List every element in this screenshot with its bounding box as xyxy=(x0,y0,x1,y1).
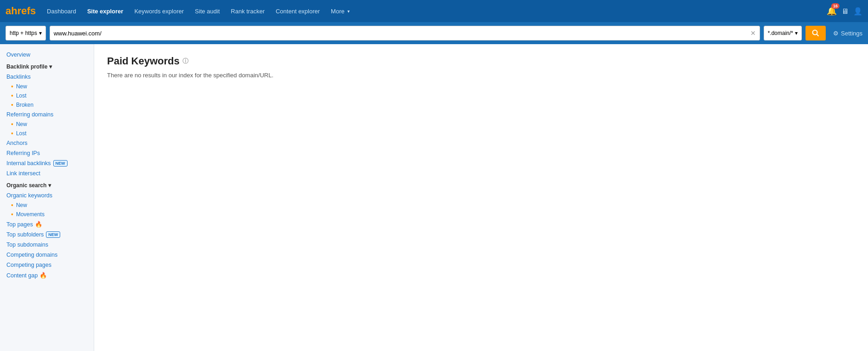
url-input[interactable] xyxy=(54,30,749,37)
sidebar-overview[interactable]: Overview xyxy=(0,50,94,60)
settings-button[interactable]: ⚙ Settings xyxy=(833,30,862,37)
organic-search-chevron-icon: ▾ xyxy=(48,182,51,189)
nav-content-explorer[interactable]: Content explorer xyxy=(271,5,324,17)
sidebar-referring-domains-lost[interactable]: • Lost xyxy=(0,129,94,138)
info-icon[interactable]: ⓘ xyxy=(182,57,188,65)
sidebar-referring-domains-new[interactable]: • New xyxy=(0,120,94,129)
content-gap-fire-icon: 🔥 xyxy=(40,272,47,279)
screen-icon-button[interactable]: 🖥 xyxy=(841,6,849,16)
protocol-label: http + https xyxy=(10,30,37,36)
main-content: Paid Keywords ⓘ There are no results in … xyxy=(94,44,868,351)
nav-site-explorer[interactable]: Site explorer xyxy=(83,5,128,17)
gear-icon: ⚙ xyxy=(833,30,839,37)
sidebar-top-pages[interactable]: Top pages 🔥 xyxy=(0,219,94,230)
protocol-chevron-icon: ▾ xyxy=(39,30,42,36)
sidebar-backlinks[interactable]: Backlinks xyxy=(0,72,94,82)
clear-button[interactable]: ✕ xyxy=(750,29,756,37)
top-subfolders-new-badge: NEW xyxy=(46,231,60,238)
top-nav: ahrefs Dashboard Site explorer Keywords … xyxy=(0,0,868,22)
logo-text: ahrefs xyxy=(6,5,36,17)
sidebar: Overview Backlink profile ▾ Backlinks • … xyxy=(0,44,94,351)
notification-badge: 16 xyxy=(831,3,840,9)
search-icon xyxy=(812,29,819,37)
bullet-icon: • xyxy=(11,130,13,137)
settings-label: Settings xyxy=(841,30,862,37)
bullet-icon: • xyxy=(11,211,13,218)
search-bar: http + https ▾ ✕ *.domain/* ▾ ⚙ Settings xyxy=(0,22,868,44)
internal-backlinks-new-badge: NEW xyxy=(53,160,68,167)
sidebar-backlinks-broken[interactable]: • Broken xyxy=(0,100,94,109)
svg-point-0 xyxy=(813,30,817,35)
nav-keywords-explorer[interactable]: Keywords explorer xyxy=(130,5,188,17)
sidebar-content-gap[interactable]: Content gap 🔥 xyxy=(0,270,94,281)
sidebar-organic-keywords-new[interactable]: • New xyxy=(0,201,94,210)
logo-a: a xyxy=(6,5,11,17)
nav-rank-tracker[interactable]: Rank tracker xyxy=(226,5,269,17)
more-chevron-icon: ▾ xyxy=(347,9,350,14)
fire-icon: 🔥 xyxy=(35,221,42,228)
no-results-message: There are no results in our index for th… xyxy=(107,72,855,79)
bullet-icon: • xyxy=(11,202,13,208)
protocol-select[interactable]: http + https ▾ xyxy=(6,26,46,40)
nav-more[interactable]: More ▾ xyxy=(326,5,354,17)
bullet-icon: • xyxy=(11,102,13,108)
sidebar-link-intersect[interactable]: Link intersect xyxy=(0,168,94,178)
nav-dashboard[interactable]: Dashboard xyxy=(42,5,81,17)
sidebar-backlink-profile[interactable]: Backlink profile ▾ xyxy=(0,60,94,72)
url-input-wrap: ✕ xyxy=(50,26,760,40)
search-button[interactable] xyxy=(806,26,826,40)
sidebar-competing-pages[interactable]: Competing pages xyxy=(0,260,94,270)
bullet-icon: • xyxy=(11,121,13,127)
sidebar-top-subdomains[interactable]: Top subdomains xyxy=(0,240,94,250)
logo-hrefs: hrefs xyxy=(11,5,36,17)
bullet-icon: • xyxy=(11,83,13,90)
layout: Overview Backlink profile ▾ Backlinks • … xyxy=(0,44,868,351)
domain-mode-chevron-icon: ▾ xyxy=(795,30,798,36)
sidebar-organic-keywords-movements[interactable]: • Movements xyxy=(0,210,94,219)
sidebar-top-subfolders[interactable]: Top subfolders NEW xyxy=(0,230,94,240)
backlink-profile-chevron-icon: ▾ xyxy=(49,63,52,70)
svg-line-1 xyxy=(817,35,819,36)
sidebar-competing-domains[interactable]: Competing domains xyxy=(0,250,94,260)
sidebar-internal-backlinks[interactable]: Internal backlinks NEW xyxy=(0,158,94,168)
domain-mode-select[interactable]: *.domain/* ▾ xyxy=(764,26,802,40)
bullet-icon: • xyxy=(11,92,13,99)
sidebar-backlinks-new[interactable]: • New xyxy=(0,82,94,91)
sidebar-organic-search[interactable]: Organic search ▾ xyxy=(0,178,94,190)
user-icon-button[interactable]: 👤 xyxy=(853,6,862,16)
page-title: Paid Keywords ⓘ xyxy=(107,55,855,67)
domain-mode-label: *.domain/* xyxy=(768,30,793,36)
sidebar-referring-domains[interactable]: Referring domains xyxy=(0,109,94,120)
sidebar-referring-ips[interactable]: Referring IPs xyxy=(0,148,94,158)
sidebar-backlinks-lost[interactable]: • Lost xyxy=(0,91,94,100)
nav-site-audit[interactable]: Site audit xyxy=(190,5,224,17)
user-icon: 👤 xyxy=(853,7,862,15)
nav-icons: 🔔 16 🖥 👤 xyxy=(827,6,862,16)
sidebar-anchors[interactable]: Anchors xyxy=(0,138,94,148)
notification-button[interactable]: 🔔 16 xyxy=(827,6,837,16)
sidebar-organic-keywords[interactable]: Organic keywords xyxy=(0,190,94,201)
logo[interactable]: ahrefs xyxy=(6,5,36,17)
monitor-icon: 🖥 xyxy=(841,7,849,15)
